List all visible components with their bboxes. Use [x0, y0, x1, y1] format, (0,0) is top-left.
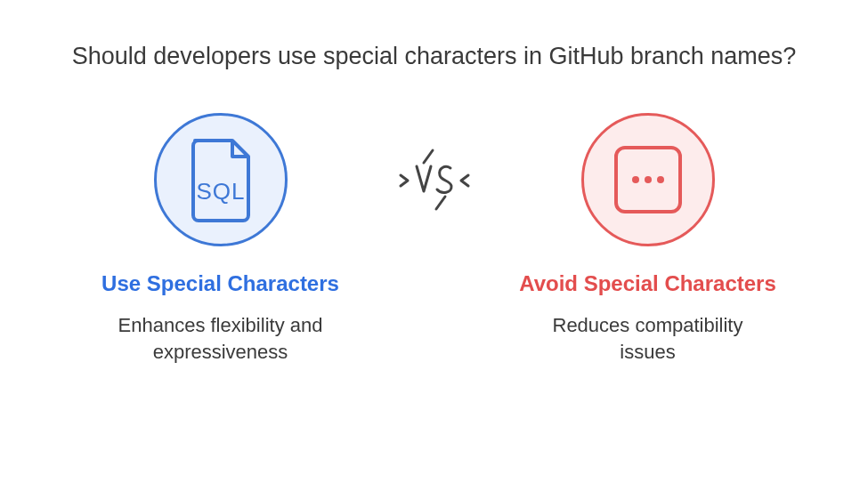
comparison-row: SQL Use Special Characters Enhances flex… — [0, 113, 868, 365]
ellipsis-box-icon — [605, 137, 691, 222]
right-circle — [581, 113, 715, 246]
option-left: SQL Use Special Characters Enhances flex… — [78, 113, 363, 365]
left-option-title: Use Special Characters — [101, 271, 339, 296]
question-heading: Should developers use special characters… — [72, 43, 796, 70]
vs-divider — [363, 113, 506, 246]
sql-file-icon: SQL — [186, 137, 256, 222]
svg-point-4 — [657, 176, 664, 183]
vs-icon — [392, 145, 477, 214]
option-right: Avoid Special Characters Reduces compati… — [506, 113, 791, 365]
svg-point-2 — [632, 176, 639, 183]
right-option-desc: Reduces compatibility issues — [523, 312, 773, 365]
right-option-title: Avoid Special Characters — [519, 271, 776, 296]
left-option-desc: Enhances flexibility and expressiveness — [96, 312, 345, 365]
left-circle: SQL — [154, 113, 288, 246]
svg-point-3 — [645, 176, 652, 183]
svg-text:SQL: SQL — [196, 178, 245, 205]
